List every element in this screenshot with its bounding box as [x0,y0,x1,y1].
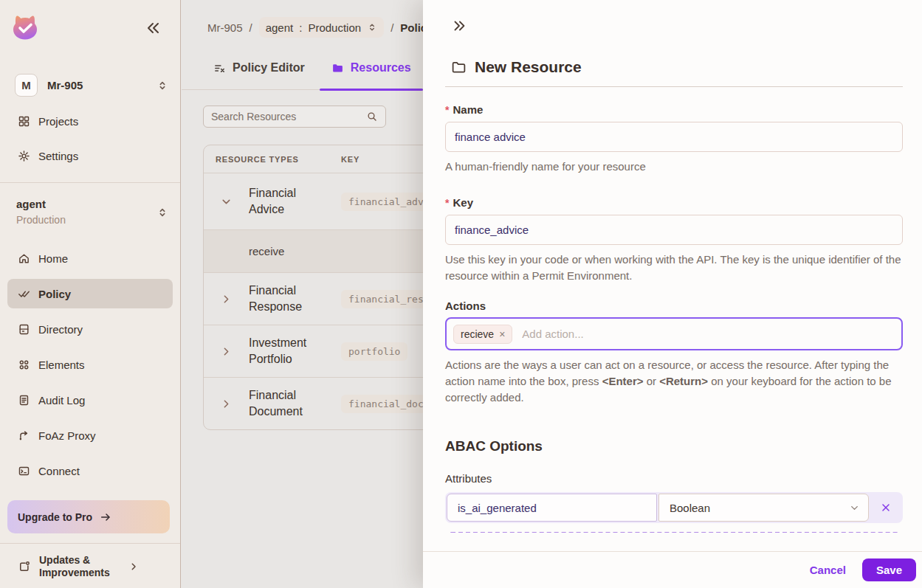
search-icon [366,111,378,122]
sidebar-item-foaz-proxy[interactable]: FoAz Proxy [7,421,173,450]
sidebar-divider [0,182,180,183]
audit-log-icon [18,394,30,407]
sidebar-main-nav: Home Policy Directory Elements Audit Log… [7,243,173,491]
double-check-icon [18,288,30,300]
updates-improvements-item[interactable]: Updates & Improvements [7,549,173,584]
action-tag-label: recieve [461,328,494,340]
sidebar-item-label: Directory [38,323,83,336]
chevron-right-icon[interactable] [220,398,233,410]
drawer-body: * Name A human-friendly name for your re… [423,87,922,533]
drawer-title: New Resource [475,58,582,76]
folder-outline-icon [451,60,467,75]
sidebar-item-connect[interactable]: Connect [7,456,173,485]
home-icon [18,252,30,265]
field-label-text: Name [453,103,483,116]
sidebar-item-elements[interactable]: Elements [7,350,173,379]
permit-logo-icon [10,13,40,42]
attribute-name-input[interactable] [447,494,657,522]
field-label-text: Actions [445,300,486,312]
chevron-updown-icon [367,22,377,32]
breadcrumb-separator: / [391,21,393,34]
breadcrumb-org[interactable]: Mr-905 [207,21,243,34]
updates-icon [18,560,31,573]
directory-icon [18,323,30,336]
grid-icon [18,115,30,128]
upgrade-to-pro-button[interactable]: Upgrade to Pro [7,500,170,533]
abac-options-title: ABAC Options [445,438,903,454]
project-name: agent [16,198,156,210]
attribute-row: Boolean [445,492,903,523]
attribute-type-value: Boolean [670,502,710,514]
sidebar-item-label: Audit Log [38,394,85,407]
workspace-switcher[interactable]: M Mr-905 [15,74,168,97]
attribute-type-select[interactable]: Boolean [658,494,869,522]
name-field-helper: A human-friendly name for your resource [445,159,903,175]
breadcrumb-project: agent [266,21,294,34]
actions-field-label: Actions [445,300,903,312]
chevron-updown-icon[interactable] [156,80,168,91]
name-field[interactable] [445,122,903,152]
chevron-right-icon[interactable] [220,345,233,358]
sidebar-collapse-icon[interactable] [145,19,162,37]
remove-attribute-button[interactable] [870,502,901,513]
sidebar-item-policy[interactable]: Policy [7,279,173,308]
project-text: agent Production [16,198,156,226]
chevron-right-icon[interactable] [220,293,233,305]
search-resources [203,106,386,128]
app: M Mr-905 Projects Settings agent Product… [0,0,922,588]
remove-tag-icon[interactable]: × [499,328,505,340]
sidebar-top-nav: Projects Settings [7,109,173,179]
save-button[interactable]: Save [862,558,916,581]
breadcrumb-separator: / [250,21,252,34]
attributes-label: Attributes [445,472,903,485]
required-marker: * [445,197,449,209]
name-field-label: * Name [445,103,903,116]
chevron-updown-icon[interactable] [156,207,168,218]
breadcrumb-project-env-selector[interactable]: agent : Production [259,17,384,38]
updates-label: Updates & Improvements [39,554,120,579]
add-attribute-button[interactable]: Add Attribute [445,532,903,533]
column-header-resource-types: RESOURCE TYPES [204,155,341,164]
key-field[interactable] [445,215,903,245]
action-tag: recieve × [453,325,512,344]
arrow-right-icon [100,511,111,523]
search-input[interactable] [211,111,366,122]
sidebar-item-label: FoAz Proxy [38,429,96,442]
workspace-avatar: M [15,74,38,97]
sidebar-item-projects[interactable]: Projects [7,109,173,133]
required-marker: * [445,104,449,116]
resource-name: Financial Document [238,378,341,429]
cancel-button[interactable]: Cancel [810,564,846,576]
tab-policy-editor[interactable]: Policy Editor [213,59,305,89]
x-icon [880,502,892,513]
drawer-collapse-icon[interactable] [451,18,467,34]
action-name: receive [238,234,341,269]
return-key-hint: <Return> [659,375,708,387]
add-action-input[interactable] [522,328,895,340]
actions-tag-input[interactable]: recieve × [445,317,903,350]
folder-icon [331,62,344,75]
field-label-text: Key [453,196,473,209]
sidebar-item-label: Policy [38,288,71,300]
sidebar-item-directory[interactable]: Directory [7,314,173,344]
resource-name: Financial Response [238,273,341,325]
project-environment-switcher[interactable]: agent Production [16,198,168,226]
sidebar-item-label: Elements [38,359,85,371]
resource-key-badge: portfolio [341,342,407,361]
chevron-down-icon [849,502,860,513]
tab-label: Resources [351,61,411,75]
sidebar-item-audit-log[interactable]: Audit Log [7,385,173,415]
drawer-footer: Cancel Save [423,551,922,588]
helper-text: or [644,375,660,387]
breadcrumb: Mr-905 / agent : Production / Policy [207,17,433,38]
gear-icon [18,150,30,162]
sidebar-item-label: Settings [38,150,78,162]
enter-key-hint: <Enter> [602,375,644,387]
upgrade-label: Upgrade to Pro [18,511,92,523]
sidebar-item-label: Connect [38,465,80,477]
sidebar-item-settings[interactable]: Settings [7,144,173,167]
tab-resources[interactable]: Resources [331,59,411,89]
sidebar-item-home[interactable]: Home [7,243,173,273]
chevron-down-icon[interactable] [220,196,233,208]
sidebar-item-label: Home [38,252,68,265]
